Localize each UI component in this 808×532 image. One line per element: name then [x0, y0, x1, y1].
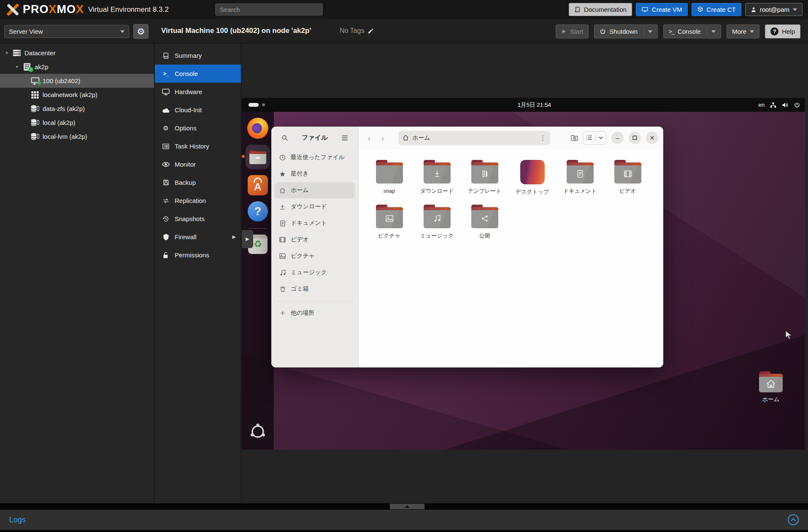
search-folder-button[interactable] [567, 131, 581, 145]
tree-item-local-lvm[interactable]: local-lvm (ak2p) [0, 130, 154, 143]
running-indicator-icon [38, 81, 42, 85]
files-content[interactable]: snap ダウンロード [359, 149, 663, 367]
file-item-videos[interactable]: ビデオ [604, 159, 651, 196]
system-tray[interactable]: en [759, 98, 800, 112]
file-item-templates[interactable]: テンプレート [461, 159, 508, 196]
proxmox-logo-text: PROXMOX [23, 3, 84, 16]
menu-item-cloud-init[interactable]: Cloud-Init [155, 101, 241, 119]
menu-item-snapshots[interactable]: Snapshots [155, 210, 241, 228]
show-apps-button[interactable] [242, 423, 274, 440]
monitor-icon [162, 89, 170, 95]
file-item-downloads[interactable]: ダウンロード [413, 159, 461, 196]
home-icon [279, 187, 286, 194]
menu-item-replication[interactable]: Replication [155, 192, 241, 210]
file-item-desktop[interactable]: デスクトップ [508, 159, 556, 196]
tree-item-vm-100[interactable]: 100 (ub2402) [0, 74, 154, 88]
workspace-indicator[interactable] [249, 103, 259, 107]
sidebar-item-music[interactable]: ミュージック [275, 265, 355, 281]
splitter-handle[interactable] [390, 504, 424, 509]
file-item-snap[interactable]: snap [365, 159, 413, 196]
dock-firefox[interactable] [247, 118, 268, 139]
sidebar-item-recent[interactable]: 最近使ったファイル [275, 149, 355, 165]
shutdown-button[interactable]: Shutdown [594, 24, 658, 38]
menu-item-firewall[interactable]: Firewall ▶ [155, 228, 241, 246]
start-button[interactable]: Start [556, 24, 589, 38]
sidebar-item-pictures[interactable]: ピクチャ [275, 248, 355, 264]
console-panel: 1月5日 21:54 en [242, 44, 808, 503]
ubuntu-desktop[interactable]: A ? ♻ [242, 112, 805, 450]
tree-item-localnetwork[interactable]: localnetwork (ak2p) [0, 88, 154, 102]
dock-software-store[interactable]: A [248, 175, 268, 195]
search-input[interactable] [215, 3, 323, 16]
image-icon [279, 253, 286, 259]
more-button[interactable]: More [727, 24, 759, 38]
logs-bar: Logs [0, 510, 808, 530]
minimize-button[interactable]: – [611, 132, 624, 144]
forward-button[interactable]: › [377, 133, 388, 143]
menu-item-monitor[interactable]: Monitor [155, 155, 241, 173]
sidebar-item-other-locations[interactable]: 他の場所 [275, 305, 355, 321]
dock-divider [249, 228, 267, 229]
toolbar: Server View ⚙ Virtual Machine 100 (ub240… [0, 19, 808, 43]
chevron-down-icon[interactable]: ▾ [4, 50, 9, 56]
chevron-down-icon[interactable]: ▾ [14, 64, 19, 70]
file-item-public[interactable]: 公開 [461, 204, 508, 240]
keyboard-layout-indicator[interactable]: en [759, 102, 765, 108]
view-selector[interactable]: Server View [4, 25, 129, 38]
tree-item-local[interactable]: local (ak2p) [0, 116, 154, 130]
vnc-canvas[interactable]: 1月5日 21:54 en [242, 98, 805, 450]
menu-item-summary[interactable]: Summary [155, 46, 241, 65]
chevron-down-icon[interactable] [648, 30, 652, 33]
logs-expand-button[interactable] [788, 514, 799, 525]
maximize-button[interactable] [629, 132, 641, 144]
tree-item-datacenter[interactable]: ▾ Datacenter [0, 46, 154, 60]
view-options-dropdown[interactable] [596, 136, 606, 139]
create-vm-button[interactable]: Create VM [636, 3, 688, 16]
menu-item-hardware[interactable]: Hardware [155, 83, 241, 101]
menu-item-permissions[interactable]: Permissions [155, 246, 241, 264]
ubuntu-dock: A ? ♻ [242, 112, 274, 450]
documentation-button[interactable]: Documentation [569, 3, 632, 16]
file-item-documents[interactable]: ドキュメント [556, 159, 604, 196]
dock-help[interactable]: ? [248, 201, 268, 221]
hamburger-menu-button[interactable] [338, 131, 351, 145]
console-button[interactable]: >_ Console [663, 24, 721, 38]
sidebar-item-trash[interactable]: ゴミ箱 [275, 281, 355, 297]
sidebar-divider [277, 301, 352, 301]
create-ct-button[interactable]: Create CT [692, 3, 741, 16]
close-button[interactable]: ✕ [646, 132, 658, 144]
chevron-down-icon[interactable] [711, 30, 716, 33]
kebab-menu-icon[interactable]: ⋮ [540, 134, 546, 142]
menu-item-options[interactable]: ⚙ Options [155, 119, 241, 137]
storage-icon [30, 105, 40, 113]
menu-item-backup[interactable]: Backup [155, 173, 241, 192]
chevron-up-icon [405, 505, 410, 508]
back-button[interactable]: ‹ [364, 133, 375, 143]
list-view-icon[interactable] [583, 135, 595, 140]
desktop-home-shortcut[interactable]: ホーム [752, 370, 790, 403]
dock-files[interactable] [246, 145, 270, 169]
sidebar-item-downloads[interactable]: ダウンロード [275, 199, 355, 215]
sidebar-item-videos[interactable]: ビデオ [275, 232, 355, 248]
user-menu-button[interactable]: root@pam [745, 3, 803, 16]
file-item-music[interactable]: ミュージック [413, 204, 461, 240]
files-window[interactable]: ファイル 最近使ったファイル 星付き [271, 127, 663, 367]
help-button[interactable]: ? Help [765, 24, 800, 38]
tree-item-node-ak2p[interactable]: ▾ ✓ ak2p [0, 60, 154, 74]
path-bar[interactable]: ホーム ⋮ [398, 131, 550, 145]
menu-item-console[interactable]: >_ Console [155, 65, 241, 83]
sidebar-item-starred[interactable]: 星付き [275, 166, 355, 182]
novnc-controlbar-handle[interactable]: ▶ [242, 230, 253, 248]
view-settings-button[interactable]: ⚙ [133, 24, 149, 39]
menu-item-task-history[interactable]: Task History [155, 137, 241, 155]
sidebar-item-home[interactable]: ホーム [275, 182, 355, 198]
workspace-dot[interactable] [262, 103, 265, 106]
file-item-pictures[interactable]: ピクチャ [365, 204, 413, 240]
sidebar-item-documents[interactable]: ドキュメント [275, 215, 355, 231]
tags-editor[interactable]: No Tags [340, 27, 374, 35]
view-toggle-button[interactable] [583, 131, 606, 145]
floppy-icon [162, 179, 170, 186]
clock[interactable]: 1月5日 21:54 [518, 98, 551, 112]
search-button[interactable] [278, 131, 292, 145]
tree-item-data-zfs[interactable]: data-zfs (ak2p) [0, 102, 154, 116]
